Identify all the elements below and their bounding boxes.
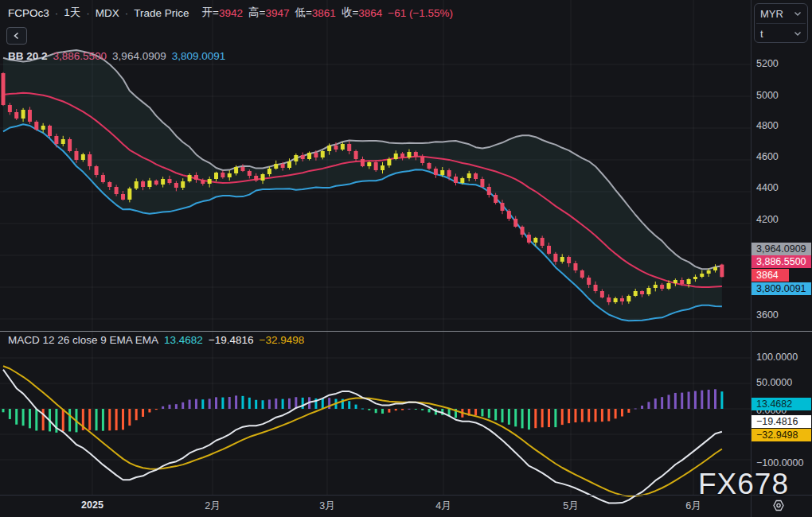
macd-tick: 50.0000 — [756, 377, 792, 388]
price-tick: 4400 — [756, 182, 779, 193]
high-value: 3947 — [265, 7, 289, 19]
time-axis-month: 2月 — [205, 500, 220, 513]
macd-legend: MACD 12 26 close 9 EMA EMA 13.4682 −19.4… — [8, 334, 304, 346]
price-tick: 4200 — [756, 214, 779, 225]
separator: · — [55, 7, 59, 19]
macd-title[interactable]: MACD 12 26 close 9 EMA EMA — [8, 334, 158, 346]
chevron-down-icon — [794, 31, 802, 37]
price-tick: 5200 — [756, 58, 779, 69]
axis-unit-selector: MYR t — [754, 3, 808, 43]
chevron-down-icon — [794, 11, 802, 17]
open-value: 3942 — [219, 7, 243, 19]
separator: · — [125, 7, 129, 19]
separator: · — [86, 7, 90, 19]
back-button[interactable] — [6, 27, 27, 45]
low-label: 低= — [295, 6, 311, 20]
close-value: 3864 — [358, 7, 382, 19]
price-tick: 5000 — [756, 90, 779, 101]
close-label: 收= — [342, 6, 358, 20]
bb-mid-price-badge: 3,886.5500 — [751, 255, 811, 268]
symbol-name[interactable]: FCPOc3 — [8, 7, 49, 19]
macd-signal-value: −32.9498 — [260, 334, 305, 346]
currency-dropdown[interactable]: MYR — [755, 4, 807, 23]
currency-value: MYR — [760, 8, 783, 20]
time-axis-month: 3月 — [319, 500, 334, 513]
macd-line-value: −19.4816 — [209, 334, 254, 346]
bb-legend: BB 20 2 3,886.5500 3,964.0909 3,809.0091 — [8, 50, 225, 62]
change-value: −61 (−1.55%) — [388, 7, 453, 19]
time-axis-month: 4月 — [435, 500, 451, 513]
trading-chart-window: FCPOc3 · 1天 · MDX · Trade Price 开=3942 高… — [0, 0, 812, 517]
series-type-label: Trade Price — [134, 7, 189, 19]
price-tick: 4800 — [756, 120, 779, 131]
unit-value: t — [760, 28, 763, 40]
macd-hist-value: 13.4682 — [164, 334, 203, 346]
time-axis-month: 5月 — [563, 500, 578, 513]
bb-title[interactable]: BB 20 2 — [8, 50, 48, 62]
macd-hist-badge: 13.4682 — [751, 398, 811, 410]
chart-plot[interactable] — [0, 0, 812, 517]
bb-lower-price-badge: 3,809.0091 — [751, 282, 811, 295]
time-axis-year: 2025 — [81, 500, 103, 511]
last-price-badge: 3864 — [751, 269, 789, 282]
bb-upper-value: 3,964.0909 — [112, 50, 166, 62]
macd-signal-badge: −32.9498 — [751, 429, 811, 441]
bb-lower-value: 3,809.0091 — [172, 50, 226, 62]
time-axis-month: 6月 — [685, 500, 701, 513]
low-value: 3861 — [312, 7, 336, 19]
symbol-legend: FCPOc3 · 1天 · MDX · Trade Price 开=3942 高… — [8, 6, 453, 20]
macd-line-badge: −19.4816 — [751, 415, 811, 428]
price-tick: 4600 — [756, 151, 779, 162]
high-label: 高= — [248, 6, 265, 20]
price-tick: 3600 — [756, 309, 779, 321]
exchange-label: MDX — [96, 7, 119, 19]
axis-settings-button[interactable] — [771, 499, 787, 515]
unit-dropdown[interactable]: t — [755, 24, 807, 43]
bb-upper-price-badge: 3,964.0909 — [751, 243, 811, 255]
macd-tick: −100.0000 — [756, 457, 803, 468]
chevron-left-icon — [13, 32, 21, 40]
fx678-watermark: FX678 — [698, 468, 789, 501]
bb-mid-value: 3,886.5500 — [53, 50, 107, 62]
open-label: 开= — [202, 6, 219, 20]
interval-label[interactable]: 1天 — [64, 6, 80, 20]
macd-tick: 100.0000 — [756, 352, 798, 363]
